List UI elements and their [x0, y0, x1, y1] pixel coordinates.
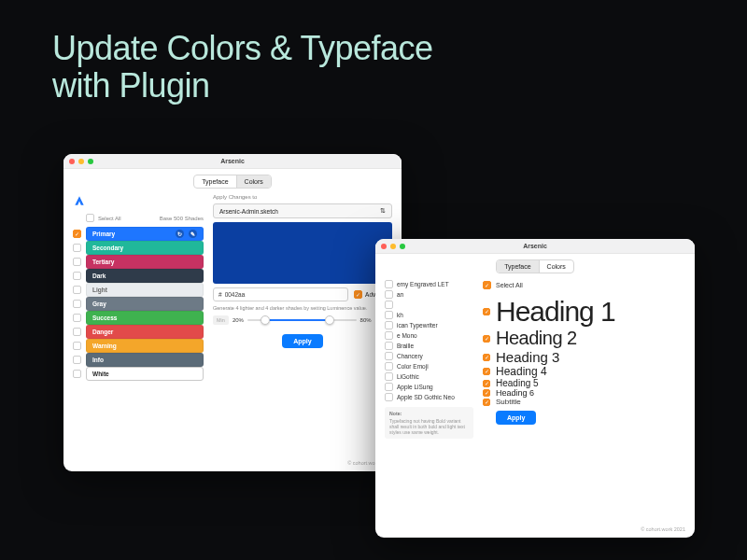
font-item[interactable]: Apple LiSung — [385, 382, 473, 392]
font-item[interactable]: e Mono — [385, 330, 473, 341]
font-checkbox[interactable] — [385, 280, 393, 288]
font-label: ican Typewriter — [397, 322, 438, 329]
font-item[interactable]: ican Typewriter — [385, 320, 473, 330]
tab-typeface[interactable]: Typeface — [497, 260, 538, 273]
font-item[interactable]: Apple SD Gothic Neo — [385, 392, 473, 402]
heading-checkbox[interactable] — [483, 389, 490, 397]
font-label: emy Engraved LET — [397, 281, 449, 287]
heading-checkbox[interactable] — [483, 380, 490, 387]
select-all-checkbox[interactable] — [483, 281, 491, 289]
heading-item[interactable]: Heading 4 — [483, 365, 685, 378]
swatch-checkbox[interactable] — [73, 342, 81, 350]
titlebar: Arsenic — [63, 154, 402, 169]
tab-typeface[interactable]: Typeface — [194, 175, 235, 188]
font-checkbox[interactable] — [385, 311, 393, 319]
apply-button[interactable]: Apply — [282, 334, 322, 348]
swatch-checkbox[interactable] — [73, 230, 81, 238]
swatch-checkbox[interactable] — [73, 314, 81, 322]
swatch-label: Primary — [92, 231, 171, 237]
swatch-danger[interactable]: Danger — [86, 325, 204, 339]
hex-input[interactable]: #0042aa — [213, 287, 348, 301]
font-label: Chancery — [397, 353, 423, 359]
settings-panel: Apply Changes to Arsenic-Admin.sketch ⇅ … — [213, 194, 392, 467]
swatch-info[interactable]: Info — [86, 353, 204, 367]
apply-button[interactable]: Apply — [496, 411, 536, 425]
tab-colors[interactable]: Colors — [236, 175, 271, 188]
edit-icon[interactable]: ✎ — [189, 230, 197, 238]
slider-thumb-min[interactable] — [261, 315, 270, 325]
font-checkbox[interactable] — [385, 393, 393, 401]
select-all-checkbox[interactable] — [86, 214, 94, 222]
swatch-light[interactable]: Light — [86, 283, 204, 297]
font-checkbox[interactable] — [385, 362, 393, 371]
heading-item[interactable]: Heading 2 — [483, 328, 685, 349]
swatch-warning[interactable]: Warning — [86, 339, 204, 353]
refresh-icon[interactable]: ↻ — [176, 230, 184, 238]
heading-label: Heading 2 — [496, 328, 577, 349]
swatch-checkbox[interactable] — [73, 272, 81, 280]
font-item[interactable]: Color Emoji — [385, 361, 473, 371]
font-item[interactable]: LiGothic — [385, 371, 473, 382]
swatch-tertiary[interactable]: Tertiary — [86, 255, 204, 269]
titlebar: Arsenic — [375, 239, 695, 254]
swatch-checkbox[interactable] — [73, 356, 81, 364]
swatch-label: Light — [92, 287, 197, 293]
tab-colors[interactable]: Colors — [539, 260, 573, 273]
heading-checkbox[interactable] — [483, 335, 490, 343]
font-item[interactable]: Chancery — [385, 351, 473, 361]
font-checkbox[interactable] — [385, 342, 393, 350]
swatch-gray[interactable]: Gray — [86, 297, 204, 311]
select-all-label: Select All — [98, 216, 121, 221]
swatch-label: Tertiary — [92, 259, 197, 265]
swatch-checkbox[interactable] — [73, 370, 81, 378]
swatch-checkbox[interactable] — [73, 244, 81, 252]
swatch-label: White — [92, 371, 197, 377]
advanced-checkbox[interactable] — [354, 290, 362, 299]
font-item[interactable]: emy Engraved LET — [385, 279, 473, 289]
select-all-label: Select All — [496, 282, 523, 288]
font-item[interactable] — [385, 300, 473, 310]
heading-item[interactable]: Heading 6 — [483, 388, 685, 398]
window-title: Arsenic — [375, 243, 695, 249]
heading-checkbox[interactable] — [483, 308, 490, 315]
swatch-dark[interactable]: Dark — [86, 269, 204, 283]
swatch-secondary[interactable]: Secondary — [86, 241, 204, 255]
font-item[interactable]: kh — [385, 310, 473, 320]
heading-item[interactable]: Subtitle — [483, 398, 685, 406]
tab-bar: Typeface Colors — [63, 169, 402, 192]
font-item[interactable]: an — [385, 289, 473, 300]
apply-to-select[interactable]: Arsenic-Admin.sketch ⇅ — [213, 203, 392, 218]
luminence-slider[interactable]: Min 20% 80% Max — [213, 315, 392, 325]
slider-description: Generate 4 lighter and 4 darker shades b… — [213, 305, 392, 312]
swatch-primary[interactable]: Primary↻✎ — [86, 227, 204, 241]
footer-copyright: © cohort.work 2021 — [641, 526, 685, 532]
swatch-white[interactable]: White — [86, 367, 204, 381]
heading-label: Heading 1 — [496, 296, 615, 328]
swatch-checkbox[interactable] — [73, 258, 81, 266]
apply-to-label: Apply Changes to — [213, 194, 392, 200]
swatch-success[interactable]: Success — [86, 311, 204, 325]
font-checkbox[interactable] — [385, 383, 393, 391]
swatch-checkbox[interactable] — [73, 286, 81, 294]
heading-label: Heading 5 — [496, 378, 539, 388]
font-checkbox[interactable] — [385, 290, 393, 299]
min-button[interactable]: Min — [213, 315, 229, 325]
font-checkbox[interactable] — [385, 372, 393, 381]
slider-thumb-max[interactable] — [325, 315, 334, 325]
heading-checkbox[interactable] — [483, 368, 490, 375]
font-item[interactable]: Braille — [385, 341, 473, 351]
swatch-checkbox[interactable] — [73, 300, 81, 308]
heading-checkbox[interactable] — [483, 354, 490, 361]
font-checkbox[interactable] — [385, 301, 393, 309]
heading-item[interactable]: Heading 1 — [483, 296, 685, 328]
heading-item[interactable]: Heading 3 — [483, 349, 685, 365]
heading-checkbox[interactable] — [483, 399, 490, 406]
heading-item[interactable]: Heading 5 — [483, 378, 685, 388]
swatch-sidebar: Select All Base 500 Shades Primary↻✎Seco… — [73, 194, 204, 467]
font-checkbox[interactable] — [385, 321, 393, 329]
font-checkbox[interactable] — [385, 352, 393, 360]
swatch-label: Dark — [92, 273, 197, 279]
font-checkbox[interactable] — [385, 331, 393, 340]
heading-styles-panel: Select All Heading 1Heading 2Heading 3He… — [483, 279, 685, 533]
swatch-checkbox[interactable] — [73, 328, 81, 336]
